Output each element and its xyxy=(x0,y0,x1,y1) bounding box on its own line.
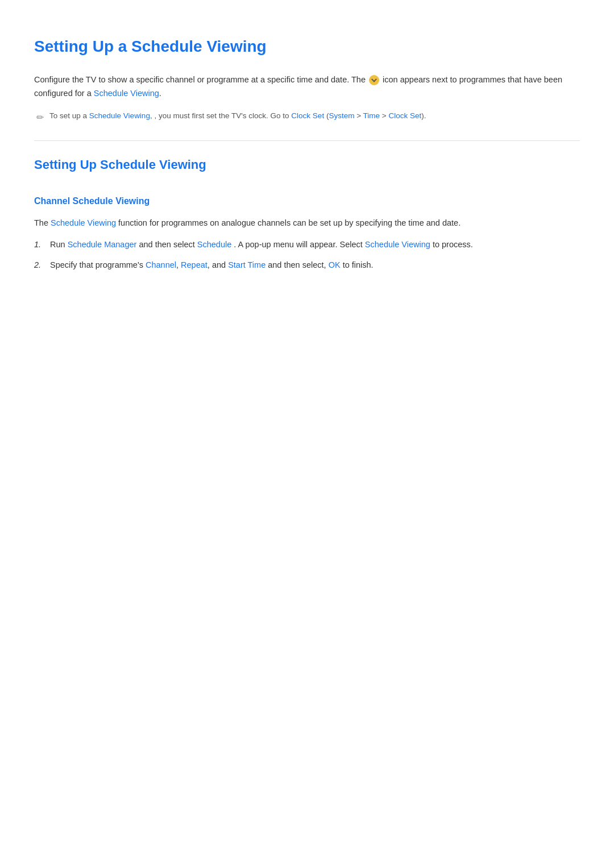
channel-schedule-viewing-link[interactable]: Schedule Viewing xyxy=(51,218,116,227)
step1-after: . A pop-up menu will appear. Select xyxy=(234,240,365,249)
step1-prefix: Run xyxy=(50,240,65,249)
note-box: ✏ To set up a Schedule Viewing, , you mu… xyxy=(34,110,580,125)
step2-comma1: , xyxy=(176,260,179,269)
note-clock-set-link2[interactable]: Clock Set xyxy=(388,111,421,120)
channel-link[interactable]: Channel xyxy=(146,260,176,269)
channel-intro-before: The xyxy=(34,218,48,227)
step2-end: to finish. xyxy=(343,260,374,269)
note-middle: , you must first set the TV's clock. Go … xyxy=(154,111,289,120)
note-arrow2: > xyxy=(382,111,389,120)
note-text: To set up a Schedule Viewing, , you must… xyxy=(49,110,426,122)
step2-prefix: Specify that programme's xyxy=(50,260,143,269)
subsection-title: Channel Schedule Viewing xyxy=(34,194,580,209)
intro-text-before: Configure the TV to show a specific chan… xyxy=(34,75,366,84)
note-arrow1: > xyxy=(356,111,363,120)
schedule-link[interactable]: Schedule xyxy=(197,240,231,249)
clock-icon xyxy=(369,75,379,85)
channel-intro-text: The Schedule Viewing function for progra… xyxy=(34,217,580,230)
pencil-icon: ✏ xyxy=(36,110,44,125)
start-time-link[interactable]: Start Time xyxy=(228,260,265,269)
step1-schedule-viewing-link[interactable]: Schedule Viewing xyxy=(365,240,430,249)
note-clock-set-link[interactable]: Clock Set xyxy=(291,111,324,120)
step-1-number: 1. xyxy=(34,238,44,252)
step2-comma2: , xyxy=(208,260,210,269)
step2-and: and xyxy=(212,260,228,269)
note-end: ). xyxy=(421,111,426,120)
note-comma: , xyxy=(150,111,152,120)
intro-period: . xyxy=(159,89,161,98)
note-prefix: To set up a xyxy=(49,111,87,120)
intro-paragraph: Configure the TV to show a specific chan… xyxy=(34,73,580,101)
list-item: 1. Run Schedule Manager and then select … xyxy=(34,238,580,252)
repeat-link[interactable]: Repeat xyxy=(181,260,208,269)
step-2-text: Specify that programme's Channel, Repeat… xyxy=(50,259,374,272)
ok-link[interactable]: OK xyxy=(329,260,341,269)
steps-list: 1. Run Schedule Manager and then select … xyxy=(34,238,580,272)
note-schedule-viewing-link[interactable]: Schedule Viewing xyxy=(89,111,150,120)
step-2-number: 2. xyxy=(34,259,44,272)
note-system-link[interactable]: System xyxy=(329,111,354,120)
section-divider xyxy=(34,140,580,141)
step2-middle: and then select, xyxy=(268,260,328,269)
note-time-link[interactable]: Time xyxy=(363,111,380,120)
section-title: Setting Up Schedule Viewing xyxy=(34,155,580,178)
step1-middle: and then select xyxy=(139,240,197,249)
step-1-text: Run Schedule Manager and then select Sch… xyxy=(50,238,473,252)
step1-end: to process. xyxy=(433,240,473,249)
page-title: Setting Up a Schedule Viewing xyxy=(34,34,580,60)
list-item: 2. Specify that programme's Channel, Rep… xyxy=(34,259,580,272)
intro-schedule-viewing-link[interactable]: Schedule Viewing xyxy=(94,89,159,98)
schedule-manager-link[interactable]: Schedule Manager xyxy=(68,240,137,249)
channel-intro-after: function for programmes on analogue chan… xyxy=(118,218,460,227)
